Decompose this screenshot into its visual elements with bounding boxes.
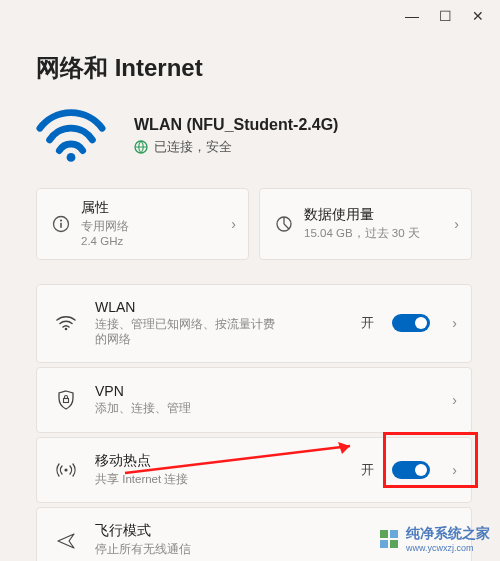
svg-rect-13 [380, 540, 388, 548]
svg-rect-11 [380, 530, 388, 538]
chevron-right-icon: › [454, 216, 459, 232]
wlan-toggle[interactable] [392, 314, 430, 332]
wifi-status: 已连接，安全 [154, 138, 232, 156]
data-usage-card[interactable]: 数据使用量 15.04 GB，过去 30 天 › [259, 188, 472, 260]
svg-rect-7 [64, 398, 69, 402]
data-usage-sub: 15.04 GB，过去 30 天 [304, 226, 444, 241]
globe-icon [134, 140, 148, 154]
vpn-sub: 添加、连接、管理 [95, 401, 285, 417]
properties-title: 属性 [81, 199, 221, 217]
chevron-right-icon: › [231, 216, 236, 232]
hotspot-sub: 共享 Internet 连接 [95, 472, 285, 488]
wlan-sub: 连接、管理已知网络、按流量计费的网络 [95, 317, 285, 348]
svg-point-0 [67, 153, 76, 162]
svg-point-3 [60, 219, 62, 221]
svg-rect-14 [390, 540, 398, 548]
hotspot-icon [53, 461, 79, 479]
hotspot-toggle[interactable] [392, 461, 430, 479]
svg-point-6 [65, 328, 68, 331]
pie-chart-icon [274, 214, 294, 234]
minimize-button[interactable]: — [405, 8, 419, 24]
chevron-right-icon: › [452, 315, 457, 331]
chevron-right-icon: › [452, 392, 457, 408]
properties-sub: 专用网络 2.4 GHz [81, 219, 221, 249]
vpn-item[interactable]: VPN 添加、连接、管理 › [36, 367, 472, 433]
hotspot-state: 开 [361, 461, 374, 479]
svg-point-8 [64, 468, 67, 471]
wlan-title: WLAN [95, 299, 345, 315]
watermark-brand: 纯净系统之家 [406, 525, 490, 543]
close-button[interactable]: ✕ [472, 8, 484, 24]
page-title: 网络和 Internet [0, 32, 500, 102]
hotspot-title: 移动热点 [95, 452, 345, 470]
maximize-button[interactable]: ☐ [439, 8, 452, 24]
svg-rect-4 [60, 223, 62, 228]
data-usage-title: 数据使用量 [304, 206, 444, 224]
vpn-title: VPN [95, 383, 436, 399]
svg-rect-12 [390, 530, 398, 538]
wifi-header: WLAN (NFU_Student-2.4G) 已连接，安全 [36, 102, 472, 178]
chevron-right-icon: › [452, 462, 457, 478]
wlan-item[interactable]: WLAN 连接、管理已知网络、按流量计费的网络 开 › [36, 284, 472, 363]
hotspot-item[interactable]: 移动热点 共享 Internet 连接 开 › [36, 437, 472, 503]
wifi-ssid: WLAN (NFU_Student-2.4G) [134, 116, 338, 134]
properties-card[interactable]: 属性 专用网络 2.4 GHz › [36, 188, 249, 260]
airplane-icon [53, 531, 79, 549]
wifi-icon [36, 108, 106, 164]
watermark: 纯净系统之家 www.ycwxzj.com [378, 525, 490, 553]
info-icon [51, 214, 71, 234]
window-titlebar: — ☐ ✕ [0, 0, 500, 32]
watermark-logo-icon [378, 528, 400, 550]
airplane-sub: 停止所有无线通信 [95, 542, 285, 558]
wlan-state: 开 [361, 314, 374, 332]
wifi-small-icon [53, 315, 79, 331]
shield-lock-icon [53, 390, 79, 410]
watermark-url: www.ycwxzj.com [406, 543, 490, 553]
